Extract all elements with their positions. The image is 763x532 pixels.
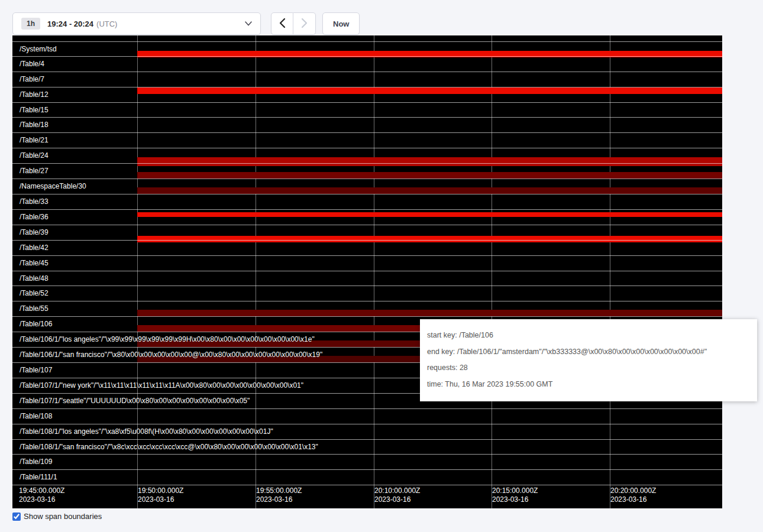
span-label: /Table/108/1/"san francisco"/"\x8c\xcc\x… xyxy=(20,443,318,451)
span-label: /Table/45 xyxy=(20,259,49,267)
tooltip-end-key: end key: /Table/106/1/"amsterdam"/"\xb33… xyxy=(427,348,750,357)
span-label: /Table/106/1/"los angeles"/"\x99\x99\x99… xyxy=(20,336,315,343)
span-boundary-line xyxy=(12,240,722,241)
heat-band xyxy=(137,187,722,194)
span-label: /Table/4 xyxy=(20,60,44,68)
span-boundary-line xyxy=(12,72,722,72)
next-interval-button[interactable] xyxy=(293,12,316,35)
keyvis-canvas[interactable]: /System/tsd/Table/4/Table/7/Table/12/Tab… xyxy=(12,35,722,508)
span-boundary-line xyxy=(12,469,722,470)
span-boundary-line xyxy=(12,255,722,256)
span-boundary-line xyxy=(12,439,722,440)
heat-band xyxy=(137,236,722,242)
time-axis-label: 19:45:00.000Z2023-03-16 xyxy=(19,486,64,504)
show-span-boundaries-control: Show span boundaries xyxy=(12,512,102,521)
span-label: /Table/39 xyxy=(20,229,49,236)
span-label: /NamespaceTable/30 xyxy=(20,183,86,190)
time-gridline xyxy=(492,35,492,508)
span-label: /Table/107 xyxy=(20,366,52,374)
time-gridline xyxy=(137,35,138,508)
span-label: /Table/106 xyxy=(20,320,52,328)
time-range-selector[interactable]: 1h 19:24 - 20:24 (UTC) xyxy=(12,12,261,35)
span-label: /Table/33 xyxy=(20,198,49,206)
show-span-boundaries-label: Show span boundaries xyxy=(24,512,102,521)
now-button[interactable]: Now xyxy=(322,12,360,35)
heat-band xyxy=(137,310,722,316)
tooltip-requests: requests: 28 xyxy=(427,364,750,373)
span-boundary-line xyxy=(12,87,722,87)
previous-interval-button[interactable] xyxy=(271,12,293,35)
span-boundary-line xyxy=(12,209,722,210)
time-gridline xyxy=(374,35,374,508)
span-label: /Table/107/1/"seattle"/"UUUUUUD\x00\x80\… xyxy=(20,397,250,405)
span-boundary-line xyxy=(12,424,722,424)
chevron-right-icon xyxy=(301,18,308,30)
span-label: /Table/111/1 xyxy=(20,473,57,481)
span-label: /System/tsd xyxy=(20,46,57,53)
heat-band xyxy=(137,87,722,94)
time-axis-label: 20:20:00.000Z2023-03-16 xyxy=(610,486,656,504)
time-controls-toolbar: 1h 19:24 - 20:24 (UTC) Now xyxy=(0,0,763,35)
key-visualizer-page: { "toolbar": { "duration_badge": "1h", "… xyxy=(0,0,763,532)
span-boundary-line xyxy=(12,286,722,286)
span-label: /Table/18 xyxy=(20,121,49,129)
duration-badge: 1h xyxy=(21,18,40,30)
heat-band xyxy=(137,157,722,166)
span-label: /Table/27 xyxy=(20,167,49,175)
span-boundary-line xyxy=(12,301,722,301)
heat-band xyxy=(137,212,722,217)
span-label: /Table/48 xyxy=(20,275,49,283)
span-label: /Table/108 xyxy=(20,413,52,420)
time-gridline xyxy=(610,35,610,508)
timezone-label: (UTC) xyxy=(96,20,117,28)
span-label: /Table/109 xyxy=(20,458,52,466)
span-boundary-line xyxy=(12,179,722,179)
span-boundary-line xyxy=(12,194,722,194)
span-boundary-line xyxy=(12,148,722,148)
span-boundary-line xyxy=(12,102,722,103)
span-label: /Table/52 xyxy=(20,290,49,297)
span-boundary-line xyxy=(12,132,722,133)
span-boundary-line xyxy=(12,408,722,409)
time-range-label: 19:24 - 20:24 xyxy=(47,20,93,28)
chevron-down-icon xyxy=(245,21,252,26)
time-axis-label: 19:55:00.000Z2023-03-16 xyxy=(256,486,302,504)
span-label: /Table/55 xyxy=(20,305,49,313)
time-step-buttons xyxy=(271,12,316,35)
time-axis-label: 19:50:00.000Z2023-03-16 xyxy=(138,486,183,504)
span-boundary-line xyxy=(12,225,722,225)
span-label: /Table/106/1/"san francisco"/"\x80\x00\x… xyxy=(20,351,322,359)
span-boundary-line xyxy=(12,163,722,164)
span-boundary-line xyxy=(12,271,722,271)
span-label: /Table/107/1/"new york"/"\x11\x11\x11\x1… xyxy=(20,382,303,390)
span-boundary-line xyxy=(12,454,722,455)
span-label: /Table/24 xyxy=(20,152,49,160)
span-label: /Table/12 xyxy=(20,91,49,99)
span-tooltip: start key: /Table/106 end key: /Table/10… xyxy=(420,319,757,401)
tooltip-start-key: start key: /Table/106 xyxy=(427,331,750,340)
time-axis-label: 20:10:00.000Z2023-03-16 xyxy=(374,486,420,504)
span-label: /Table/15 xyxy=(20,106,49,114)
tooltip-time: time: Thu, 16 Mar 2023 19:55:00 GMT xyxy=(427,380,750,390)
span-label: /Table/7 xyxy=(20,76,44,83)
chevron-left-icon xyxy=(279,18,286,30)
span-boundary-line xyxy=(12,485,722,485)
span-label: /Table/108/1/"los angeles"/"\xa8\xf5\u00… xyxy=(20,428,273,436)
span-boundary-line xyxy=(12,41,722,42)
span-boundary-line xyxy=(12,316,722,317)
span-boundary-line xyxy=(12,56,722,57)
span-label: /Table/36 xyxy=(20,213,49,221)
span-label: /Table/21 xyxy=(20,137,49,144)
span-label: /Table/42 xyxy=(20,244,49,252)
span-boundary-line xyxy=(12,117,722,118)
time-axis-label: 20:15:00.000Z2023-03-16 xyxy=(492,486,538,504)
heat-band xyxy=(137,172,722,179)
show-span-boundaries-checkbox[interactable] xyxy=(12,512,21,521)
time-gridline xyxy=(256,35,256,508)
